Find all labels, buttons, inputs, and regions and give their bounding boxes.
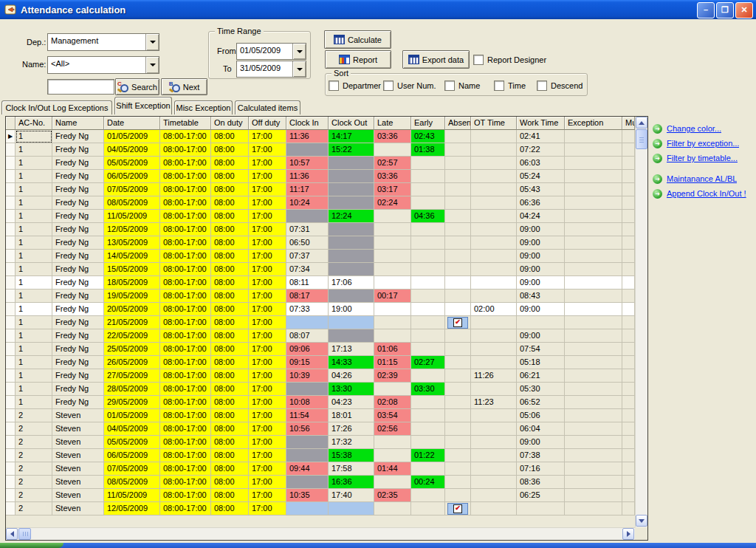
table-row[interactable]: 2Steven05/05/200908:00-17:0008:0017:0017… — [6, 436, 635, 449]
cell-in[interactable]: 11:36 — [286, 130, 329, 143]
dep-combobox[interactable]: Management — [47, 33, 159, 51]
column-header-in[interactable]: Clock In — [286, 117, 329, 130]
cell-on[interactable]: 08:00 — [211, 290, 249, 303]
cell-off[interactable]: 17:00 — [249, 210, 286, 223]
cell-exc[interactable] — [565, 316, 622, 329]
cell-d[interactable]: 06/05/2009 — [104, 449, 160, 462]
cell-exc[interactable] — [565, 263, 622, 276]
cell-sel[interactable] — [6, 422, 16, 436]
cell-sel[interactable] — [6, 170, 16, 183]
cell-sel[interactable] — [6, 210, 16, 223]
cell-ab[interactable]: ✔ — [445, 502, 471, 516]
cell-tt[interactable]: 08:00-17:00 — [160, 449, 211, 462]
cell-ac[interactable]: 1 — [16, 356, 52, 369]
cell-tt[interactable]: 08:00-17:00 — [160, 396, 211, 409]
cell-ab[interactable] — [445, 236, 471, 250]
cell-ab[interactable] — [445, 383, 471, 396]
cell-er[interactable] — [411, 422, 445, 436]
column-header-sel[interactable] — [6, 117, 16, 130]
cell-ot[interactable] — [471, 130, 517, 143]
absent-checkbox[interactable]: ✔ — [447, 317, 468, 329]
cell-tt[interactable]: 08:00-17:00 — [160, 502, 211, 516]
table-row[interactable]: 2Steven08/05/200908:00-17:0008:0017:0016… — [6, 476, 635, 489]
cell-out[interactable] — [329, 263, 374, 276]
cell-out[interactable] — [329, 196, 374, 210]
cell-mu[interactable] — [622, 250, 635, 263]
cell-mu[interactable] — [622, 170, 635, 183]
cell-er[interactable] — [411, 502, 445, 516]
cell-ot[interactable] — [471, 170, 517, 183]
cell-on[interactable]: 08:00 — [211, 170, 249, 183]
cell-d[interactable]: 11/05/2009 — [104, 210, 160, 223]
cell-sel[interactable] — [6, 356, 16, 369]
cell-ab[interactable] — [445, 263, 471, 276]
cell-wk[interactable]: 09:00 — [517, 276, 565, 290]
cell-ot[interactable] — [471, 502, 517, 516]
cell-d[interactable]: 13/05/2009 — [104, 236, 160, 250]
cell-ab[interactable] — [445, 356, 471, 369]
cell-lt[interactable] — [374, 210, 411, 223]
cell-d[interactable]: 01/05/2009 — [104, 130, 160, 143]
export-data-button[interactable]: Export data — [402, 50, 470, 69]
cell-off[interactable]: 17:00 — [249, 236, 286, 250]
cell-d[interactable]: 05/05/2009 — [104, 157, 160, 170]
cell-d[interactable]: 12/05/2009 — [104, 223, 160, 236]
cell-off[interactable]: 17:00 — [249, 223, 286, 236]
cell-on[interactable]: 08:00 — [211, 409, 249, 422]
close-button[interactable]: ✕ — [735, 2, 753, 18]
cell-out[interactable]: 17:58 — [329, 462, 374, 476]
cell-n[interactable]: Fredy Ng — [52, 316, 104, 329]
cell-d[interactable]: 01/05/2009 — [104, 409, 160, 422]
cell-ab[interactable] — [445, 170, 471, 183]
cell-ab[interactable] — [445, 143, 471, 157]
table-row[interactable]: 2Steven04/05/200908:00-17:0008:0017:0010… — [6, 422, 635, 436]
cell-ot[interactable] — [471, 436, 517, 449]
table-row[interactable]: 2Steven12/05/200908:00-17:0008:0017:00✔ — [6, 502, 635, 516]
cell-lt[interactable]: 02:56 — [374, 422, 411, 436]
cell-off[interactable]: 17:00 — [249, 449, 286, 462]
cell-in[interactable]: 08:07 — [286, 329, 329, 343]
cell-er[interactable] — [411, 409, 445, 422]
cell-exc[interactable] — [565, 422, 622, 436]
sort-option-descend[interactable]: Descend — [537, 81, 583, 91]
table-row[interactable]: 1Fredy Ng11/05/200908:00-17:0008:0017:00… — [6, 210, 635, 223]
table-row[interactable]: 1Fredy Ng04/05/200908:00-17:0008:0017:00… — [6, 143, 635, 157]
cell-off[interactable]: 17:00 — [249, 422, 286, 436]
cell-sel[interactable] — [6, 369, 16, 383]
cell-lt[interactable] — [374, 250, 411, 263]
cell-ot[interactable] — [471, 422, 517, 436]
cell-lt[interactable] — [374, 329, 411, 343]
cell-out[interactable]: 17:06 — [329, 276, 374, 290]
cell-exc[interactable] — [565, 489, 622, 502]
cell-ac[interactable]: 1 — [16, 210, 52, 223]
cell-wk[interactable]: 06:04 — [517, 422, 565, 436]
cell-in[interactable]: 10:56 — [286, 422, 329, 436]
cell-on[interactable]: 08:00 — [211, 489, 249, 502]
cell-lt[interactable] — [374, 383, 411, 396]
cell-wk[interactable]: 08:36 — [517, 476, 565, 489]
cell-in[interactable]: 10:57 — [286, 157, 329, 170]
cell-out[interactable]: 13:30 — [329, 383, 374, 396]
cell-exc[interactable] — [565, 502, 622, 516]
cell-ot[interactable] — [471, 210, 517, 223]
report-designer-checkbox[interactable] — [473, 55, 484, 65]
cell-ot[interactable] — [471, 250, 517, 263]
cell-in[interactable]: 07:34 — [286, 263, 329, 276]
cell-wk[interactable]: 09:00 — [517, 223, 565, 236]
cell-n[interactable]: Fredy Ng — [52, 329, 104, 343]
table-row[interactable]: 1Fredy Ng06/05/200908:00-17:0008:0017:00… — [6, 170, 635, 183]
cell-on[interactable]: 08:00 — [211, 303, 249, 316]
cell-ab[interactable] — [445, 369, 471, 383]
name-dropdown-button[interactable] — [145, 57, 159, 73]
cell-ac[interactable]: 1 — [16, 250, 52, 263]
cell-out[interactable] — [329, 183, 374, 196]
cell-tt[interactable]: 08:00-17:00 — [160, 196, 211, 210]
cell-off[interactable]: 17:00 — [249, 263, 286, 276]
cell-d[interactable]: 08/05/2009 — [104, 196, 160, 210]
cell-wk[interactable]: 09:00 — [517, 329, 565, 343]
cell-tt[interactable]: 08:00-17:00 — [160, 303, 211, 316]
cell-tt[interactable]: 08:00-17:00 — [160, 383, 211, 396]
dep-dropdown-button[interactable] — [145, 34, 159, 50]
calculate-button[interactable]: Calculate — [324, 30, 391, 49]
cell-n[interactable]: Fredy Ng — [52, 383, 104, 396]
